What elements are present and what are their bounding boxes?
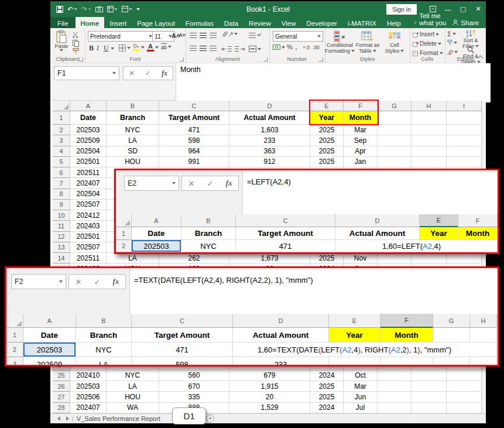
cell-A10[interactable]: 202412 (70, 210, 107, 221)
col-header-C[interactable]: C (132, 314, 233, 328)
cell-H1[interactable] (412, 111, 447, 125)
increase-indent-icon[interactable]: ⇥ (235, 46, 245, 52)
accounting-format-button[interactable] (273, 44, 285, 50)
row-header-1[interactable]: 1 (6, 328, 23, 343)
cell-D28[interactable]: 1,529 (229, 403, 310, 413)
cell-F1[interactable]: Month (380, 328, 433, 343)
cell-D26[interactable]: 1,915 (229, 381, 310, 392)
cell-B25[interactable]: NYC (107, 371, 159, 381)
cell-B3[interactable]: LA (76, 357, 132, 367)
cell-A26[interactable]: 202503 (70, 381, 107, 392)
row-header-8[interactable]: 8 (53, 189, 70, 200)
cell-A2[interactable]: 202503 (132, 240, 181, 252)
align-right-icon[interactable] (210, 46, 217, 51)
align-center-icon[interactable] (200, 46, 207, 51)
delete-cells-button[interactable]: Delete (413, 40, 441, 47)
row-header-7[interactable]: 7 (53, 178, 70, 189)
autosum-button[interactable]: Σ (447, 30, 456, 37)
underline-button[interactable]: U (104, 44, 109, 53)
cell-D1[interactable]: Actual Amount (229, 111, 310, 125)
row-header-9[interactable]: 9 (53, 200, 70, 210)
tab-data[interactable]: Data (219, 17, 244, 28)
cell-A27[interactable]: 202506 (70, 392, 107, 402)
col-header-G[interactable]: G (433, 314, 470, 328)
col-header-G[interactable]: G (378, 101, 412, 111)
decrease-indent-icon[interactable]: ⇤ (222, 46, 232, 52)
tab-insert[interactable]: Insert (104, 17, 132, 28)
cell-I26[interactable] (447, 381, 482, 392)
insert-function-icon[interactable]: fx (113, 277, 119, 286)
cell-A5[interactable]: 202501 (70, 157, 107, 167)
formula-bar-splitter[interactable]: ⋮ (116, 69, 122, 75)
cut-button[interactable] (73, 32, 79, 38)
cell-D25[interactable]: 679 (229, 371, 310, 381)
insert-cells-button[interactable]: Insert (413, 31, 439, 37)
cell-F3[interactable]: Sep (344, 135, 378, 146)
cell-E28[interactable]: 2024 (310, 403, 344, 413)
cell-C2[interactable]: 471 (159, 125, 229, 135)
insert-function-icon[interactable]: fx (226, 179, 232, 188)
cell-H3[interactable] (412, 135, 447, 146)
underline-caret[interactable] (111, 47, 114, 50)
cell-C27[interactable]: 335 (159, 392, 229, 402)
cell-H28[interactable] (412, 403, 447, 413)
cell-B26[interactable]: LA (107, 381, 159, 392)
cell-G1[interactable] (433, 328, 470, 343)
cell-G25[interactable] (378, 371, 412, 381)
tab-file[interactable]: File (50, 17, 76, 28)
fill-color-button[interactable] (133, 43, 145, 51)
tab-home[interactable]: Home (76, 17, 105, 28)
select-all-corner[interactable] (6, 314, 23, 328)
enter-icon[interactable]: ✓ (145, 69, 151, 77)
cell-C5[interactable]: 991 (159, 157, 229, 167)
maximize-button[interactable]: ▢ (455, 1, 471, 17)
row-header-12[interactable]: 12 (53, 232, 70, 242)
cell-C2[interactable]: 471 (132, 343, 233, 357)
enter-icon[interactable]: ✓ (207, 179, 214, 188)
copy-button[interactable] (73, 40, 79, 47)
cell-A8[interactable]: 202504 (70, 189, 107, 200)
cell-E3[interactable]: 2025 (310, 135, 344, 146)
cell-G28[interactable] (378, 403, 412, 413)
row-header-2[interactable]: 2 (53, 125, 70, 135)
cell-C14[interactable]: 262 (159, 253, 229, 263)
tab-page-layout[interactable]: Page Layout (132, 17, 180, 28)
orientation-button[interactable]: ab (222, 31, 238, 37)
format-painter-button[interactable] (73, 48, 79, 54)
col-header-B[interactable]: B (76, 314, 132, 328)
camera-icon[interactable] (95, 6, 103, 12)
col-header-A[interactable]: A (132, 214, 181, 227)
cell-H2[interactable] (412, 125, 447, 135)
sheet-nav-right-icon[interactable] (66, 416, 69, 421)
cell-H14[interactable] (412, 253, 447, 263)
sheet-tab-sales-report[interactable]: V_Sales Performance Report (77, 415, 160, 422)
cell-C4[interactable]: 964 (159, 146, 229, 157)
layout-tool-button[interactable] (122, 6, 132, 12)
cell-C1[interactable]: Target Amount (132, 328, 233, 343)
format-as-table-button[interactable]: Format as Table (355, 30, 380, 54)
cell-F28[interactable]: Jul (344, 403, 378, 413)
cell-A11[interactable]: 202403 (70, 221, 107, 231)
phonetic-button[interactable]: ab (161, 43, 172, 50)
row-header-2[interactable]: 2 (116, 240, 132, 252)
overlay1-name-box[interactable]: E2 (124, 176, 179, 191)
cell-I2[interactable] (447, 125, 482, 135)
overlay2-name-box[interactable]: F2 (11, 274, 66, 289)
cell-A2[interactable]: 202503 (70, 125, 107, 135)
cell-C2[interactable]: 471 (236, 240, 335, 252)
cell-A25[interactable]: 202410 (70, 371, 107, 381)
cell-H5[interactable] (412, 157, 447, 167)
cell-B1[interactable]: Branch (107, 111, 159, 125)
cell-I14[interactable] (447, 253, 482, 263)
clear-button[interactable] (447, 49, 458, 54)
cell-C3[interactable]: 598 (132, 357, 233, 367)
select-all-corner[interactable] (53, 101, 70, 111)
cell-E5[interactable]: 2025 (310, 157, 344, 167)
cell-B2[interactable]: NYC (76, 343, 132, 357)
cell-F27[interactable]: Jun (344, 392, 378, 402)
cell-A12[interactable]: 202501 (70, 232, 107, 242)
cell-E3[interactable] (329, 357, 380, 367)
clipboard-dialog-launcher[interactable] (79, 57, 83, 61)
row-header-13[interactable]: 13 (53, 242, 70, 253)
row-header-10[interactable]: 10 (53, 210, 70, 221)
